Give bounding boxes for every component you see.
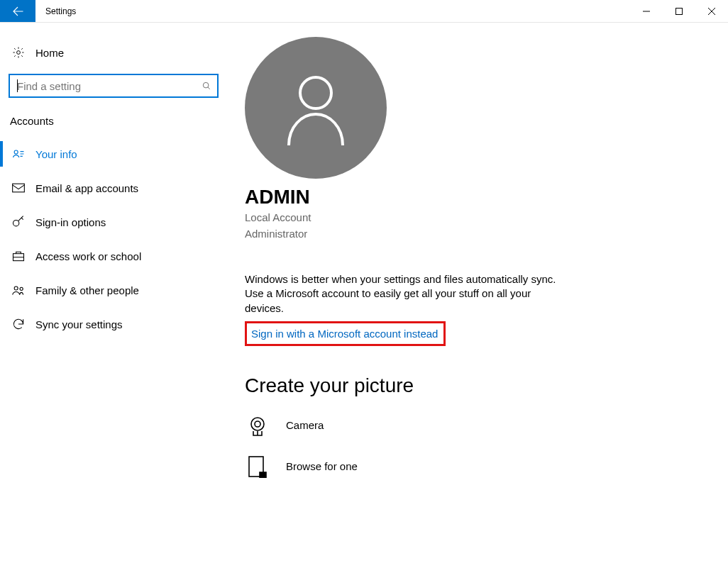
svg-rect-4 [13, 184, 25, 192]
browse-icon [245, 454, 270, 479]
account-type: Local Account [245, 210, 700, 225]
svg-point-1 [17, 51, 21, 55]
home-label: Home [35, 47, 64, 59]
create-picture-heading: Create your picture [245, 374, 700, 397]
window-controls [630, 0, 728, 22]
minimize-icon [643, 8, 650, 15]
person-card-icon [11, 147, 26, 161]
svg-rect-13 [260, 472, 266, 478]
sidebar-item-label: Access work or school [35, 250, 141, 262]
home-button[interactable]: Home [0, 37, 227, 68]
search-icon [196, 81, 217, 91]
search-input[interactable] [10, 75, 196, 96]
svg-point-10 [251, 418, 264, 430]
mail-icon [11, 181, 26, 195]
sign-in-microsoft-link[interactable]: Sign in with a Microsoft account instead [251, 328, 438, 340]
content-area: ADMIN Local Account Administrator Window… [227, 23, 728, 568]
search-box[interactable] [9, 74, 219, 98]
sidebar-item-family-people[interactable]: Family & other people [0, 273, 227, 307]
maximize-button[interactable] [663, 0, 695, 22]
minimize-button[interactable] [630, 0, 663, 22]
sync-icon [11, 317, 26, 331]
sidebar-item-label: Sync your settings [35, 318, 123, 330]
sidebar-item-your-info[interactable]: Your info [0, 137, 227, 171]
arrow-left-icon [11, 5, 24, 18]
sidebar-item-access-work-school[interactable]: Access work or school [0, 239, 227, 273]
svg-rect-0 [676, 8, 683, 14]
avatar [245, 37, 387, 179]
sidebar-item-email-app-accounts[interactable]: Email & app accounts [0, 171, 227, 205]
sync-blurb: Windows is better when your settings and… [245, 272, 557, 316]
sidebar-item-label: Your info [35, 148, 77, 160]
account-role: Administrator [245, 226, 700, 241]
highlight-annotation: Sign in with a Microsoft account instead [245, 321, 446, 346]
browse-label: Browse for one [286, 460, 358, 472]
gear-icon [11, 45, 26, 60]
sidebar-category: Accounts [0, 111, 227, 137]
sidebar-item-label: Family & other people [35, 284, 139, 296]
camera-option[interactable]: Camera [245, 413, 700, 438]
svg-point-8 [20, 287, 23, 290]
back-button[interactable] [0, 0, 35, 22]
window-title: Settings [35, 0, 76, 22]
sidebar: Home Accounts Your info [0, 23, 227, 568]
sidebar-item-sync-settings[interactable]: Sync your settings [0, 307, 227, 341]
svg-point-5 [13, 221, 19, 226]
camera-icon [245, 413, 270, 438]
svg-point-7 [14, 286, 18, 290]
svg-point-3 [14, 150, 18, 154]
text-caret [17, 79, 18, 92]
sidebar-item-label: Sign-in options [35, 216, 106, 228]
maximize-icon [675, 8, 683, 15]
browse-option[interactable]: Browse for one [245, 454, 700, 479]
sidebar-item-label: Email & app accounts [35, 182, 138, 194]
titlebar: Settings [0, 0, 728, 23]
key-icon [11, 215, 26, 229]
svg-point-2 [203, 82, 209, 88]
briefcase-icon [11, 249, 26, 263]
account-name: ADMIN [245, 186, 700, 208]
svg-point-9 [300, 77, 331, 108]
close-button[interactable] [695, 0, 728, 22]
user-icon [280, 69, 351, 147]
sidebar-item-signin-options[interactable]: Sign-in options [0, 205, 227, 239]
camera-label: Camera [286, 419, 324, 431]
close-icon [708, 8, 715, 15]
svg-point-11 [255, 421, 260, 427]
people-icon [11, 283, 26, 297]
